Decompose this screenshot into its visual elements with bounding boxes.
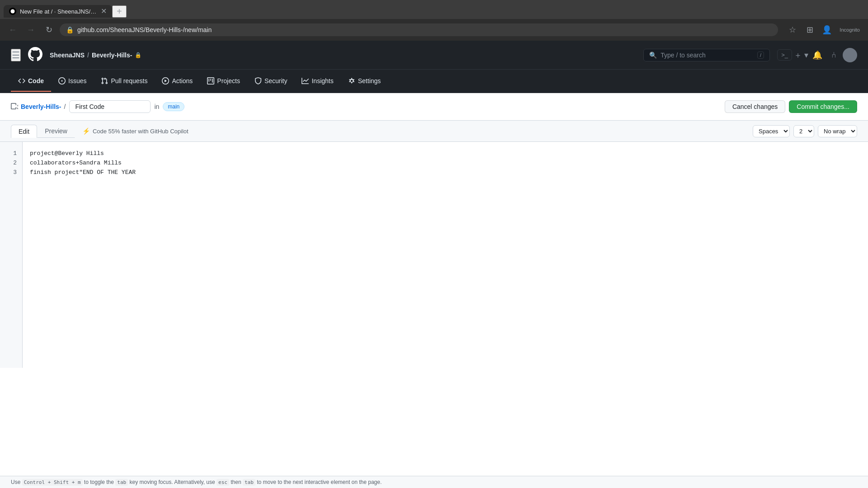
line-numbers: 1 2 3: [0, 142, 23, 368]
file-sep: /: [64, 103, 66, 110]
code-editor: 1 2 3 project@Beverly Hills collaborator…: [0, 142, 868, 368]
line-number-3: 3: [5, 168, 17, 178]
code-line-3: finish project"END OF THE YEAR: [30, 168, 861, 178]
address-text: github.com/SheenaJNS/Beverly-Hills-/new/…: [77, 26, 212, 33]
forward-button[interactable]: →: [24, 23, 38, 37]
line-number-2: 2: [5, 159, 17, 168]
branch-badge: main: [163, 102, 184, 111]
file-header-actions: Cancel changes Commit changes...: [725, 100, 857, 113]
github-header: ☰ SheenaJNS / Beverly-Hills- 🔒 🔍 Type / …: [0, 41, 868, 70]
nav-item-issues[interactable]: Issues: [51, 71, 94, 92]
main-content: Beverly-Hills- / in main Cancel changes …: [0, 93, 868, 488]
nav-item-actions[interactable]: Actions: [155, 71, 200, 92]
header-action-buttons: >_ ＋ ▾ 🔔 ⑃: [777, 48, 857, 62]
preview-tab[interactable]: Preview: [37, 124, 75, 138]
tab-favicon: [9, 8, 16, 15]
lock-icon: 🔒: [66, 26, 74, 33]
in-label: in: [154, 103, 159, 110]
nav-item-insights[interactable]: Insights: [294, 71, 340, 92]
back-button[interactable]: ←: [5, 23, 20, 37]
plus-button[interactable]: ＋ ▾: [794, 48, 808, 62]
avatar[interactable]: [843, 48, 857, 62]
lock-badge-icon: 🔒: [135, 52, 142, 58]
status-text: Use Control + Shift + m to toggle the ta…: [11, 479, 382, 485]
file-repo-link[interactable]: Beverly-Hills-: [21, 103, 61, 110]
editor-options: Spaces 2 No wrap: [753, 125, 857, 137]
incognito-label: Incognito: [837, 23, 863, 37]
key-tab-1: tab: [115, 479, 128, 486]
repo-nav: Code Issues Pull requests Actions Projec…: [0, 70, 868, 93]
bookmark-button[interactable]: ☆: [785, 23, 800, 37]
editor-toolbar: Edit Preview ⚡ Code 55% faster with GitH…: [0, 121, 868, 142]
copilot-badge: ⚡ Code 55% faster with GitHub Copilot: [82, 127, 189, 135]
copilot-text: Code 55% faster with GitHub Copilot: [93, 128, 189, 135]
commit-changes-button[interactable]: Commit changes...: [789, 100, 857, 113]
status-bar: Use Control + Shift + m to toggle the ta…: [0, 476, 868, 488]
nav-item-settings[interactable]: Settings: [341, 71, 388, 92]
profile-button[interactable]: 👤: [820, 23, 834, 37]
svg-point-0: [11, 9, 15, 14]
search-placeholder-text: Type / to search: [660, 52, 706, 59]
reload-button[interactable]: ↻: [42, 23, 56, 37]
breadcrumb-sep: /: [87, 52, 89, 59]
extension-button[interactable]: ⊞: [802, 23, 817, 37]
file-breadcrumb: Beverly-Hills- /: [11, 103, 66, 111]
filename-input[interactable]: [69, 100, 151, 113]
copilot-icon: ⚡: [82, 127, 90, 135]
search-box[interactable]: 🔍 Type / to search /: [643, 49, 770, 61]
breadcrumb: SheenaJNS / Beverly-Hills- 🔒: [50, 52, 142, 59]
tab-title: New File at / · SheenaJNS/Beve: [20, 8, 97, 15]
hamburger-menu-button[interactable]: ☰: [11, 49, 21, 61]
nav-item-security[interactable]: Security: [247, 71, 295, 92]
search-icon: 🔍: [649, 52, 657, 59]
indent-size-select[interactable]: 2: [793, 125, 814, 137]
shortcut-ctrl-shift-m: Control + Shift + m: [22, 479, 83, 486]
browser-tab-active[interactable]: New File at / · SheenaJNS/Beve ✕: [4, 5, 112, 18]
address-bar[interactable]: 🔒 github.com/SheenaJNS/Beverly-Hills-/ne…: [60, 23, 778, 36]
cancel-changes-button[interactable]: Cancel changes: [725, 100, 785, 113]
github-logo[interactable]: [28, 47, 42, 63]
repo-icon: [11, 103, 18, 111]
browser-tabs: New File at / · SheenaJNS/Beve ✕ +: [0, 0, 868, 19]
search-shortcut-badge: /: [757, 52, 764, 59]
edit-tab[interactable]: Edit: [11, 125, 37, 138]
user-link[interactable]: SheenaJNS: [50, 52, 85, 59]
wrap-select[interactable]: No wrap: [818, 125, 857, 137]
key-esc: esc: [217, 479, 229, 486]
code-line-2: collaborators+Sandra Mills: [30, 159, 861, 168]
code-line-1: project@Beverly Hills: [30, 149, 861, 159]
notification-button[interactable]: 🔔: [810, 48, 825, 62]
code-content[interactable]: project@Beverly Hills collaborators+Sand…: [23, 142, 868, 368]
browser-action-buttons: ☆ ⊞ 👤 Incognito: [785, 23, 863, 37]
terminal-button[interactable]: >_: [777, 49, 792, 61]
terminal-icon: >_: [781, 52, 788, 58]
line-number-1: 1: [5, 149, 17, 159]
pull-request-icon-button[interactable]: ⑃: [826, 48, 841, 62]
new-tab-button[interactable]: +: [112, 5, 127, 18]
tab-close-icon[interactable]: ✕: [101, 8, 107, 15]
nav-item-pull-requests[interactable]: Pull requests: [94, 71, 155, 92]
file-editor-header: Beverly-Hills- / in main Cancel changes …: [0, 93, 868, 121]
browser-controls: ← → ↻ 🔒 github.com/SheenaJNS/Beverly-Hil…: [0, 19, 868, 41]
key-tab-2: tab: [243, 479, 255, 486]
github-app: ☰ SheenaJNS / Beverly-Hills- 🔒 🔍 Type / …: [0, 41, 868, 488]
repo-link[interactable]: Beverly-Hills-: [92, 52, 132, 59]
browser-chrome: New File at / · SheenaJNS/Beve ✕ + ← → ↻…: [0, 0, 868, 41]
nav-item-projects[interactable]: Projects: [200, 71, 247, 92]
indent-type-select[interactable]: Spaces: [753, 125, 790, 137]
nav-item-code[interactable]: Code: [11, 71, 51, 92]
